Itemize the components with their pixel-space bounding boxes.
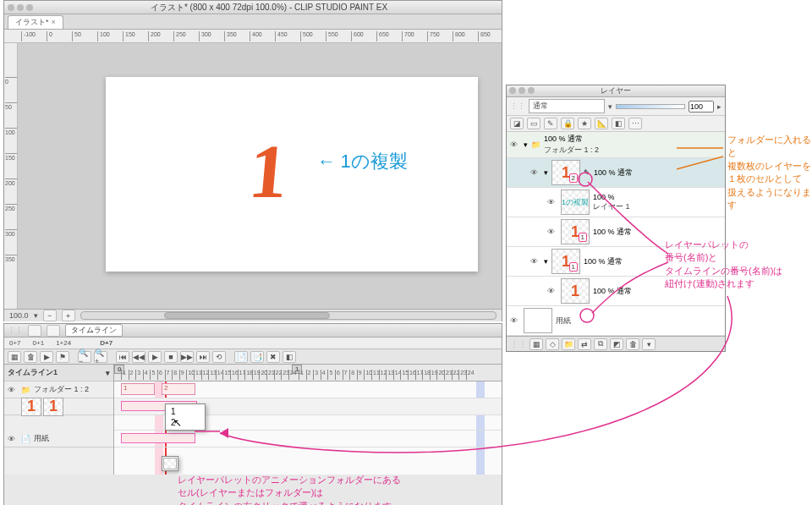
keyframe-2[interactable]: 2 <box>162 383 195 395</box>
expand-icon[interactable]: ▾ <box>544 257 548 266</box>
blend-row: ⋮⋮ 通常 ▾ ▸ <box>507 97 725 116</box>
grip-icon[interactable]: ⋮⋮ <box>8 327 23 335</box>
layer-thumb: 12 <box>551 160 580 185</box>
layer-item-copy[interactable]: 👁 1の複製 100 % レイヤー 1 <box>507 188 725 217</box>
tl-folder-row[interactable]: 👁 📁 フォルダー 1 : 2 <box>4 381 113 398</box>
tl-tab2[interactable] <box>47 325 60 337</box>
zoom-out-icon[interactable]: 🔍− <box>78 351 91 363</box>
layer-item-subfolder-2[interactable]: 👁 ▾ 12 ✎ 100 % 通常 <box>507 158 725 188</box>
grip-icon[interactable]: ⋮⋮ <box>510 339 527 349</box>
folder-icon: 📁 <box>531 140 540 149</box>
layer-paper[interactable]: 👁 用紙 <box>507 306 725 336</box>
tool-flag-icon[interactable]: ⚑ <box>56 351 69 363</box>
visibility-icon[interactable]: 👁 <box>510 140 520 149</box>
timeline-header: ⋮⋮ タイムライン <box>4 324 502 338</box>
stepper-icon[interactable]: ▸ <box>717 102 721 111</box>
loop-icon[interactable]: ⟲ <box>212 351 226 363</box>
transfer-icon[interactable]: ⇄ <box>578 338 591 350</box>
stop-icon[interactable]: ■ <box>164 351 178 363</box>
artboard[interactable]: 1 ← 1の複製 <box>106 77 478 272</box>
status-bar: 100.0 ▾ − ＋ <box>4 309 502 321</box>
new-vector-icon[interactable]: ◇ <box>546 338 559 350</box>
visibility-icon[interactable]: 👁 <box>547 228 557 236</box>
visibility-icon[interactable]: 👁 <box>530 168 540 177</box>
zoom-plus-icon[interactable]: ＋ <box>62 310 75 321</box>
palette-title-text: レイヤー <box>601 86 631 95</box>
tool-del-icon[interactable]: 🗑 <box>24 351 37 363</box>
doc-tab[interactable]: イラスト* × <box>8 15 63 29</box>
more-icon[interactable]: ⋯ <box>628 118 642 129</box>
layer-folder[interactable]: 👁 ▾ 📁 100 % 通常 フォルダー 1 : 2 <box>507 132 725 158</box>
layer-palette-title[interactable]: レイヤー <box>507 85 725 97</box>
dropdown-icon[interactable]: ▾ <box>106 369 110 377</box>
zoom-down-icon[interactable]: ▾ <box>34 311 38 320</box>
ref-icon[interactable]: ✎ <box>544 118 557 129</box>
first-frame-icon[interactable]: ⏮ <box>116 351 129 363</box>
tl-tab1[interactable] <box>28 325 41 337</box>
mask2-icon[interactable]: ◩ <box>610 338 623 350</box>
last-frame-icon[interactable]: ⏭ <box>196 351 210 363</box>
keyframe-1[interactable]: 1 <box>121 383 155 395</box>
cel-thumb-2[interactable]: 1 <box>43 398 63 416</box>
zoom-value[interactable]: 100.0 <box>9 311 29 320</box>
onion-icon[interactable]: ◧ <box>283 351 296 363</box>
visibility-icon[interactable]: 👁 <box>530 257 540 266</box>
play-icon[interactable]: ▶ <box>148 351 162 363</box>
palette-window-controls[interactable] <box>509 87 535 94</box>
track-folder[interactable]: 1 2 <box>114 381 502 398</box>
pen-icon: ✎ <box>584 168 590 177</box>
h-scrollbar[interactable] <box>80 311 497 320</box>
trash-icon[interactable]: 🗑 <box>626 338 639 350</box>
cel-del-icon[interactable]: ✖ <box>266 351 280 363</box>
layer-more-icon[interactable]: ▾ <box>642 338 656 350</box>
fx-icon[interactable]: ★ <box>578 118 591 129</box>
tl-paper-row[interactable]: 👁 📄 用紙 <box>4 431 113 447</box>
tool-new-icon[interactable]: ▦ <box>8 351 21 363</box>
prev-frame-icon[interactable]: ◀◀ <box>132 351 145 363</box>
visibility-icon[interactable]: 👁 <box>547 198 557 206</box>
lock-icon[interactable]: 🔒 <box>561 118 574 129</box>
merge-icon[interactable]: ⧉ <box>594 338 607 350</box>
annotation-link-note: レイヤーパレットの 番号(名前)と タイムラインの番号(名前)は 紐付け(連動)… <box>665 239 812 291</box>
timeline-ruler[interactable]: 0 1 123456789101112131415161718192021222… <box>114 365 502 381</box>
clip-icon[interactable]: ◪ <box>510 118 524 129</box>
close-icon[interactable]: × <box>52 18 56 26</box>
cel-context-menu[interactable]: 1 2 <box>165 403 206 431</box>
mask-icon[interactable]: ▭ <box>527 118 540 129</box>
track-paper[interactable] <box>114 431 502 447</box>
visibility-icon[interactable]: 👁 <box>8 435 18 443</box>
new-folder-icon[interactable]: 📁 <box>562 338 575 350</box>
zoom-minus-icon[interactable]: − <box>43 310 57 321</box>
visibility-icon[interactable]: 👁 <box>547 287 557 295</box>
cel-thumb-1[interactable]: 1 <box>21 398 41 416</box>
tool-rec-icon[interactable]: ▶ <box>40 351 53 363</box>
dropdown-icon[interactable]: ▾ <box>608 102 612 111</box>
layer-footer: ⋮⋮ ▦ ◇ 📁 ⇄ ⧉ ◩ 🗑 ▾ <box>507 336 725 351</box>
color-icon[interactable]: ◧ <box>612 118 625 129</box>
zoom-in-icon[interactable]: 🔍+ <box>94 351 107 363</box>
new-raster-icon[interactable]: ▦ <box>529 338 543 350</box>
tl-trackname[interactable]: タイムライン1 ▾ <box>4 365 113 381</box>
main-titlebar[interactable]: イラスト* (800 x 400 72dpi 100.0%) - CLIP ST… <box>4 1 502 14</box>
canvas-area[interactable]: 050100150200250300350 1 ← 1の複製 <box>4 43 502 309</box>
drawn-glyph-1: 1 <box>245 128 291 215</box>
layer-thumb: 1 <box>561 278 590 304</box>
layer-name-text: 用紙 <box>556 316 721 327</box>
cel-dup-icon[interactable]: 📑 <box>250 351 264 363</box>
blend-mode[interactable]: 通常 <box>529 99 605 113</box>
menu-item-1[interactable]: 1 <box>167 406 203 417</box>
cel-add-icon[interactable]: 📄 <box>234 351 248 363</box>
expand-icon[interactable]: ▾ <box>544 168 548 177</box>
visibility-icon[interactable]: 👁 <box>8 386 18 394</box>
folder-icon: 📁 <box>21 386 30 394</box>
visibility-icon[interactable]: 👁 <box>510 316 520 325</box>
expand-icon[interactable]: ▾ <box>524 140 528 149</box>
opacity-input[interactable] <box>689 101 714 113</box>
grip-icon[interactable]: ⋮⋮ <box>510 102 525 111</box>
ruler-icon[interactable]: 📐 <box>595 118 608 129</box>
window-controls[interactable] <box>8 4 33 11</box>
next-frame-icon[interactable]: ▶▶ <box>180 351 194 363</box>
timeline-track-area[interactable]: 0 1 123456789101112131415161718192021222… <box>114 365 502 475</box>
layer-thumb <box>524 308 552 333</box>
timeline-tab[interactable]: タイムライン <box>65 324 123 337</box>
